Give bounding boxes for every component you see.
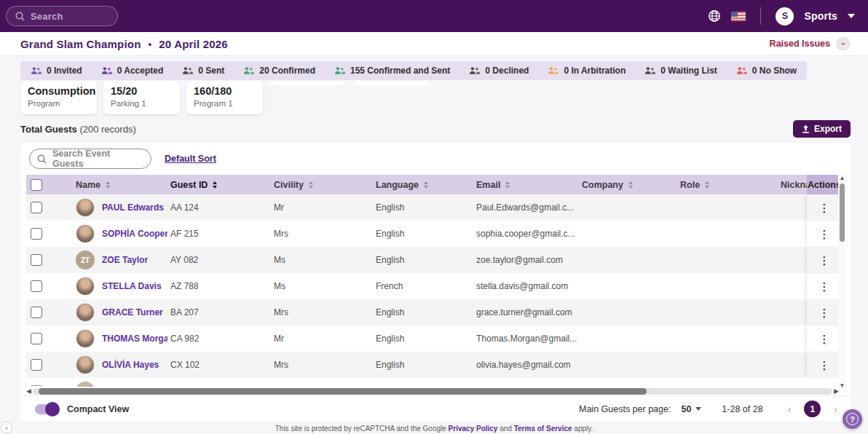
column-header-nickname: Nickname bbox=[778, 175, 807, 194]
guest-name-link[interactable]: OLİVİA Hayes bbox=[102, 360, 159, 370]
select-all-checkbox[interactable] bbox=[31, 179, 42, 191]
row-checkbox[interactable] bbox=[31, 333, 42, 344]
row-checkbox[interactable] bbox=[31, 280, 42, 292]
email-cell: grace.turner@gmail.com bbox=[473, 299, 579, 326]
row-actions-menu-icon[interactable]: ⋮ bbox=[819, 307, 830, 318]
row-checkbox[interactable] bbox=[31, 202, 42, 213]
card-value: 160/180 bbox=[194, 85, 256, 97]
sort-icon[interactable] bbox=[106, 181, 110, 189]
column-header-language[interactable]: Language bbox=[373, 175, 473, 194]
row-actions-menu-icon[interactable]: ⋮ bbox=[819, 334, 830, 344]
guest-name-link[interactable]: PAUL Edwards bbox=[102, 202, 164, 213]
civility-cell: Mr bbox=[271, 194, 373, 221]
role-cell bbox=[677, 221, 778, 247]
raised-issues[interactable]: Raised Issues - bbox=[770, 36, 851, 51]
sort-icon[interactable] bbox=[628, 181, 633, 189]
account-avatar[interactable]: S bbox=[776, 7, 794, 25]
pagination-range: 1-28 of 28 bbox=[722, 404, 762, 414]
column-header-role[interactable]: Role bbox=[677, 175, 778, 194]
guest-name-link[interactable]: ZOE Taylor bbox=[102, 255, 148, 265]
privacy-policy-link[interactable]: Privacy Policy bbox=[449, 425, 498, 433]
summary-card[interactable]: 160/180Program 1 bbox=[186, 81, 263, 114]
prev-page-icon[interactable]: ‹ bbox=[785, 403, 794, 415]
sort-icon[interactable] bbox=[424, 181, 428, 189]
guest-id-cell: AA 124 bbox=[167, 194, 271, 221]
help-button[interactable]: ? bbox=[843, 409, 862, 429]
current-page-button[interactable]: 1 bbox=[804, 401, 821, 417]
column-header-civility[interactable]: Civility bbox=[271, 175, 373, 194]
email-cell: Thomas.Morgan@gmail... bbox=[473, 326, 579, 352]
row-checkbox[interactable] bbox=[31, 307, 42, 318]
civility-cell: Ms bbox=[271, 247, 373, 273]
column-header-select bbox=[26, 175, 64, 194]
raised-issues-label: Raised Issues bbox=[770, 39, 830, 49]
event-date: 20 April 2026 bbox=[159, 38, 228, 50]
card-value: Consumption bbox=[28, 85, 90, 97]
column-header-email[interactable]: Email bbox=[473, 175, 579, 194]
row-checkbox[interactable] bbox=[31, 359, 42, 371]
column-header-company[interactable]: Company bbox=[579, 175, 677, 194]
people-icon bbox=[101, 66, 112, 75]
guest-id-cell: AF 215 bbox=[167, 221, 271, 247]
guest-name-link[interactable]: STELLA Davis bbox=[102, 281, 162, 291]
row-checkbox[interactable] bbox=[31, 254, 42, 266]
sort-icon[interactable] bbox=[705, 181, 709, 189]
civility-cell: Mr bbox=[271, 326, 373, 352]
sort-icon[interactable] bbox=[213, 181, 217, 189]
row-actions-menu-icon[interactable]: ⋮ bbox=[819, 281, 830, 292]
status-chip: 0 Waiting List bbox=[644, 66, 717, 76]
export-button[interactable]: Export bbox=[793, 120, 851, 138]
scroll-down-icon[interactable]: ▼ bbox=[840, 382, 845, 390]
collapse-sidebar-icon[interactable]: ‹ bbox=[1, 422, 12, 433]
role-cell bbox=[677, 194, 778, 221]
next-page-icon[interactable]: › bbox=[831, 403, 840, 415]
column-header-guest_id[interactable]: Guest ID bbox=[167, 175, 271, 194]
guest-search-input[interactable]: Search Event Guests bbox=[29, 149, 151, 169]
summary-card[interactable]: 15/20Parking 1 bbox=[103, 81, 180, 114]
horizontal-scrollbar[interactable]: ◀ ▶ bbox=[26, 387, 839, 395]
guest-name-link[interactable]: THOMAS Morgan bbox=[102, 334, 167, 344]
disclaimer-text: apply. bbox=[572, 425, 593, 433]
account-chevron-down-icon[interactable] bbox=[848, 14, 855, 18]
guest-search-placeholder: Search Event Guests bbox=[52, 149, 143, 169]
search-icon bbox=[37, 154, 47, 164]
terms-of-service-link[interactable]: Terms of Service bbox=[514, 425, 572, 433]
people-icon bbox=[548, 66, 559, 75]
default-sort-link[interactable]: Default Sort bbox=[165, 154, 216, 164]
avatar bbox=[76, 382, 95, 387]
total-guests-label: Total Guests bbox=[20, 124, 77, 135]
column-header-name[interactable]: Name bbox=[64, 175, 167, 194]
summary-card[interactable]: ConsumptionProgram bbox=[20, 81, 97, 114]
scroll-left-icon[interactable]: ◀ bbox=[26, 387, 31, 395]
guest-name-link[interactable]: GRACE Turner bbox=[102, 307, 163, 317]
status-chip-label: 20 Confirmed bbox=[259, 66, 315, 76]
table-row-partial bbox=[26, 378, 845, 387]
global-search-input[interactable]: Search bbox=[6, 6, 118, 26]
vertical-scrollbar[interactable]: ▲ ▼ bbox=[838, 175, 846, 390]
page-header: Grand Slam Champion • 20 April 2026 Rais… bbox=[0, 32, 868, 56]
export-icon bbox=[802, 125, 810, 133]
top-bar: Search S Sports bbox=[0, 0, 868, 32]
people-icon bbox=[334, 66, 345, 75]
guest-id-cell: CX 102 bbox=[167, 352, 271, 378]
compact-view-toggle[interactable] bbox=[35, 404, 58, 414]
row-actions-menu-icon[interactable]: ⋮ bbox=[819, 255, 830, 266]
nickname-cell bbox=[778, 326, 807, 352]
globe-icon[interactable] bbox=[708, 9, 721, 23]
scroll-up-icon[interactable]: ▲ bbox=[840, 175, 845, 182]
row-actions-menu-icon[interactable]: ⋮ bbox=[819, 360, 830, 371]
guests-table: NameGuest IDCivilityLanguageEmailCompany… bbox=[26, 175, 845, 387]
guest-name-link[interactable]: SOPHİA Cooper bbox=[102, 229, 167, 239]
account-name[interactable]: Sports bbox=[804, 10, 837, 22]
row-actions-menu-icon[interactable]: ⋮ bbox=[819, 229, 830, 240]
vertical-scroll-thumb[interactable] bbox=[840, 184, 845, 242]
row-checkbox[interactable] bbox=[31, 228, 42, 240]
row-actions-menu-icon[interactable]: ⋮ bbox=[819, 202, 830, 213]
per-page-select[interactable]: 50 bbox=[681, 404, 701, 414]
email-cell: stella.davis@gmail.com bbox=[473, 273, 579, 299]
sort-icon[interactable] bbox=[309, 181, 313, 189]
horizontal-scroll-thumb[interactable] bbox=[39, 388, 647, 395]
company-cell bbox=[579, 299, 677, 326]
language-flag-icon[interactable] bbox=[731, 12, 746, 21]
sort-icon[interactable] bbox=[505, 181, 510, 189]
